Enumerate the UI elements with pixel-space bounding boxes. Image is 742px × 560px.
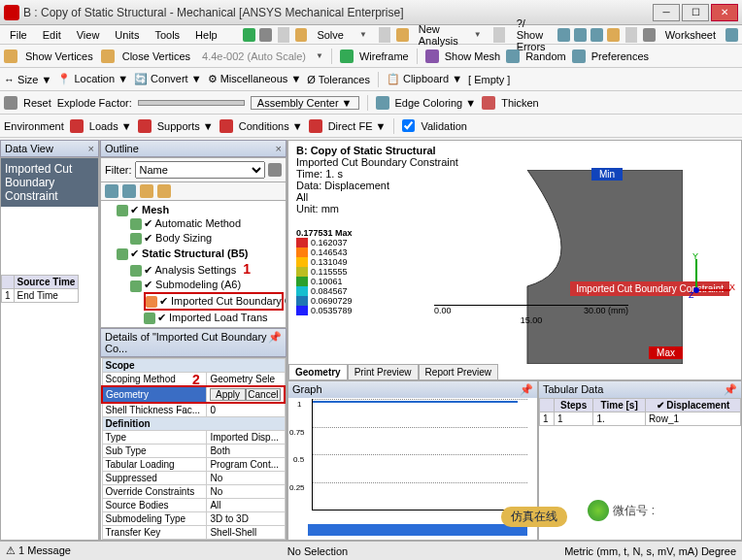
loads-icon[interactable] (70, 119, 84, 133)
tabular-title: Tabular Data (543, 383, 603, 396)
show-mesh-icon[interactable] (425, 49, 439, 63)
graph-pin[interactable]: 📌 (520, 383, 533, 396)
maximize-button[interactable]: ☐ (682, 4, 709, 21)
outline-title: Outline (105, 143, 139, 154)
menu-tools[interactable]: Tools (149, 28, 186, 42)
window-title: B : Copy of Static Structural - Mechanic… (23, 6, 653, 19)
supports-dropdown[interactable]: Supports ▼ (157, 120, 214, 132)
minimize-button[interactable]: ─ (653, 4, 680, 21)
tabular-pin[interactable]: 📌 (724, 383, 737, 396)
tab-report-preview[interactable]: Report Preview (419, 364, 498, 379)
filter-go-icon[interactable] (268, 163, 282, 177)
reset-icon[interactable] (4, 96, 17, 110)
convert-dropdown[interactable]: 🔄 Convert ▼ (134, 73, 202, 85)
misc-dropdown[interactable]: ⚙ Miscellaneous ▼ (208, 73, 302, 85)
clipboard-dropdown[interactable]: 📋 Clipboard ▼ (387, 73, 462, 85)
statusbar: ⚠ 1 Message No Selection Metric (mm, t, … (0, 541, 742, 560)
worksheet-icon[interactable] (643, 28, 656, 42)
edge-coloring-dropdown[interactable]: Edge Coloring ▼ (395, 97, 477, 109)
details-grid[interactable]: 2 Scope Scoping MethodGeometry Sele Geom… (100, 357, 287, 541)
explode-slider[interactable] (138, 100, 245, 106)
tabular-table[interactable]: StepsTime [s]✔ Displacement 111.Row_1 (539, 398, 741, 426)
wireframe-button[interactable]: Wireframe (359, 50, 409, 62)
vp-all: All (296, 191, 458, 203)
toolbar-icon-c[interactable] (590, 28, 603, 42)
tree-tool-3[interactable] (140, 184, 153, 198)
menubar: File Edit View Units Tools Help Solve▼ N… (0, 25, 742, 45)
tab-print-preview[interactable]: Print Preview (348, 364, 419, 379)
tree-tool-4[interactable] (157, 184, 171, 198)
mesh-body (498, 170, 683, 364)
menu-units[interactable]: Units (109, 28, 145, 42)
directfe-icon[interactable] (309, 119, 322, 133)
cancel-button[interactable]: Cancel (246, 388, 281, 401)
menu-view[interactable]: View (71, 28, 106, 42)
loads-dropdown[interactable]: Loads ▼ (89, 120, 132, 132)
close-button[interactable]: ✕ (711, 4, 738, 21)
outline-close[interactable]: × (276, 143, 282, 154)
toolbar-icon-b[interactable] (574, 28, 587, 42)
wechat-watermark: 微信号 : (588, 500, 655, 521)
thicken-button[interactable]: Thicken (501, 97, 539, 109)
refresh-icon[interactable] (243, 28, 255, 42)
viewport-3d[interactable]: B: Copy of Static Structural Imported Cu… (287, 140, 742, 380)
tool-icon[interactable] (259, 28, 272, 42)
chat-badge: 仿真在线 (501, 507, 567, 527)
directfe-dropdown[interactable]: Direct FE ▼ (328, 120, 387, 132)
show-mesh-button[interactable]: Show Mesh (445, 50, 500, 62)
dataview-close[interactable]: × (88, 143, 94, 154)
preferences-button[interactable]: Preferences (591, 50, 649, 62)
random-icon[interactable] (506, 49, 520, 63)
menu-file[interactable]: File (4, 28, 33, 42)
new-analysis-button[interactable]: New Analysis (413, 22, 464, 48)
status-messages[interactable]: 1 Message (18, 544, 71, 556)
tree-tool-1[interactable] (105, 184, 118, 198)
apply-button[interactable]: Apply (210, 388, 245, 401)
worksheet-button[interactable]: Worksheet (659, 28, 722, 42)
conditions-dropdown[interactable]: Conditions ▼ (239, 120, 303, 132)
toolbar-icon-a[interactable] (557, 28, 570, 42)
menu-edit[interactable]: Edit (37, 28, 67, 42)
location-dropdown[interactable]: 📍 Location ▼ (57, 73, 128, 85)
size-dropdown[interactable]: ↔ Size ▼ (4, 74, 51, 85)
close-vertices-icon[interactable] (101, 49, 115, 63)
status-selection: No Selection (287, 545, 348, 557)
conditions-icon[interactable] (219, 119, 233, 133)
solve-button[interactable]: Solve (311, 28, 350, 42)
dataview-table: Source Time 1End Time (1, 275, 79, 303)
new-analysis-icon[interactable] (396, 28, 409, 42)
vp-data: Data: Displacement (296, 180, 458, 191)
prefs-icon[interactable] (572, 49, 586, 63)
tree-tool-2[interactable] (122, 184, 136, 198)
tolerances-dropdown[interactable]: Ø Tolerances (307, 74, 370, 85)
filter-select[interactable]: Name (135, 161, 266, 179)
assembly-center-dropdown[interactable]: Assembly Center ▼ (251, 96, 359, 110)
validation-checkbox[interactable] (402, 119, 415, 132)
outline-tree[interactable]: ✔ Mesh ✔ Automatic Method ✔ Body Sizing … (100, 200, 287, 328)
random-button[interactable]: Random (525, 50, 566, 62)
tree-item-imported-cut[interactable]: ✔ Imported Cut Boundary Co (144, 292, 284, 311)
toolbar-icon-d[interactable] (607, 28, 620, 42)
supports-icon[interactable] (138, 119, 152, 133)
tab-geometry[interactable]: Geometry (288, 364, 348, 379)
graph-chart: 1 0.75 0.5 0.25 1. (312, 399, 527, 511)
graph-title: Graph (292, 383, 322, 396)
scale-bar: 0.0030.00 (mm) 15.00 (434, 305, 628, 325)
contour-legend: 0.177531 Max 0.1620370.1465430.1310490.1… (296, 228, 353, 315)
thicken-icon[interactable] (482, 96, 495, 110)
close-vertices-button[interactable]: Close Vertices (120, 50, 192, 62)
edge-color-icon[interactable] (376, 96, 389, 110)
graph-scrollbar[interactable] (308, 524, 527, 536)
show-errors-button[interactable]: ?/ Show Errors (511, 16, 555, 53)
show-vertices-button[interactable]: Show Vertices (23, 50, 95, 62)
status-units: Metric (mm, t, N, s, mV, mA) Degree (564, 545, 736, 557)
menu-help[interactable]: Help (189, 28, 223, 42)
annotation-2: 2 (192, 372, 200, 387)
validation-label: Validation (421, 120, 467, 132)
toolbar-icon-e[interactable] (725, 28, 738, 42)
reset-button[interactable]: Reset (23, 97, 51, 109)
vertices-icon[interactable] (4, 49, 17, 63)
details-pin[interactable]: 📌 (268, 331, 282, 354)
solve-icon[interactable] (295, 28, 308, 42)
wireframe-icon[interactable] (340, 49, 354, 63)
